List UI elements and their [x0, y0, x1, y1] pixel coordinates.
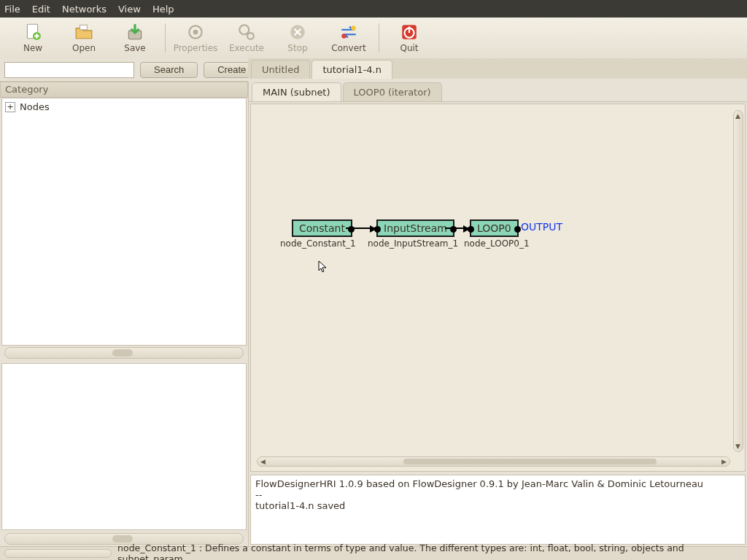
- menu-file[interactable]: File: [4, 4, 20, 15]
- tab-tutorial[interactable]: tutorial1-4.n: [311, 60, 392, 79]
- log-panel: FlowDesignerHRI 1.0.9 based on FlowDesig…: [250, 475, 746, 545]
- search-input[interactable]: [4, 62, 134, 78]
- canvas-vscrollbar[interactable]: ▲▼: [733, 110, 743, 452]
- edge: [445, 228, 468, 229]
- stop-icon: [288, 23, 307, 42]
- tab-untitled[interactable]: Untitled: [251, 60, 310, 79]
- tab-loop0-iterator[interactable]: LOOP0 (iterator): [343, 82, 442, 101]
- power-icon: [400, 23, 419, 42]
- gears-icon: [237, 23, 256, 42]
- sidebar: Category + Nodes: [0, 82, 248, 546]
- log-line: --: [255, 489, 740, 500]
- open-button[interactable]: Open: [58, 23, 109, 53]
- tree-item-label: Nodes: [20, 101, 50, 112]
- port-in[interactable]: [468, 226, 474, 233]
- convert-icon: [339, 23, 358, 42]
- tab-main-subnet[interactable]: MAIN (subnet): [252, 82, 341, 101]
- menubar: File Edit Networks View Help: [0, 0, 747, 18]
- menu-edit[interactable]: Edit: [32, 4, 50, 15]
- node-label: InputStream: [384, 222, 447, 234]
- svg-point-5: [193, 30, 198, 35]
- gear-icon: [186, 23, 205, 42]
- node-label: Constant: [299, 222, 345, 234]
- new-file-icon: [23, 23, 42, 42]
- canvas-hscrollbar[interactable]: ◀▶: [257, 456, 730, 467]
- port-out[interactable]: [514, 226, 521, 233]
- statusbar-grip: [4, 549, 112, 558]
- log-line: tutorial1-4.n saved: [255, 500, 740, 511]
- node-constant[interactable]: Constant: [292, 219, 352, 237]
- log-line: FlowDesignerHRI 1.0.9 based on FlowDesig…: [255, 478, 740, 489]
- toolbar-separator: [165, 23, 166, 52]
- expand-icon[interactable]: +: [5, 102, 15, 112]
- new-button[interactable]: New: [7, 23, 58, 53]
- svg-point-9: [351, 26, 356, 31]
- graph-canvas[interactable]: Constant node_Constant_1 InputStream nod…: [250, 104, 746, 472]
- stop-button[interactable]: Stop: [272, 23, 323, 53]
- node-loop0[interactable]: LOOP0: [470, 219, 519, 237]
- tree-item-nodes[interactable]: + Nodes: [5, 101, 243, 112]
- toolbar: New Open Save Properties Execute Stop Co…: [0, 18, 747, 58]
- category-header: Category: [0, 82, 248, 98]
- port-in[interactable]: [374, 226, 381, 233]
- status-text: node_Constant_1 : Defines a constant in …: [117, 542, 743, 560]
- node-id: node_Constant_1: [280, 238, 356, 249]
- node-id: node_LOOP0_1: [464, 238, 530, 249]
- cursor-icon: [318, 260, 328, 273]
- menu-view[interactable]: View: [118, 4, 141, 15]
- node-id: node_InputStream_1: [368, 238, 458, 249]
- document-tabs: Untitled tutorial1-4.n: [248, 58, 747, 79]
- save-button[interactable]: Save: [109, 23, 160, 53]
- node-label: LOOP0: [477, 222, 511, 234]
- svg-point-10: [341, 34, 347, 38]
- edge: [346, 228, 375, 229]
- tree-scrollbar[interactable]: [4, 347, 244, 359]
- menu-networks[interactable]: Networks: [62, 4, 107, 15]
- convert-button[interactable]: Convert: [323, 23, 374, 53]
- svg-point-7: [247, 33, 254, 39]
- search-bar: Search Create: [0, 58, 248, 82]
- subnet-tabs: MAIN (subnet) LOOP0 (iterator): [249, 82, 747, 102]
- output-label: OUTPUT: [521, 221, 562, 233]
- preview-panel: [1, 363, 247, 530]
- node-tree[interactable]: + Nodes: [1, 98, 247, 346]
- save-icon: [125, 23, 144, 42]
- quit-button[interactable]: Quit: [384, 23, 435, 53]
- properties-button[interactable]: Properties: [170, 23, 221, 53]
- node-inputstream[interactable]: InputStream: [376, 219, 454, 237]
- search-button[interactable]: Search: [140, 62, 198, 78]
- toolbar-separator: [379, 23, 379, 52]
- svg-rect-2: [80, 25, 88, 30]
- open-folder-icon: [74, 23, 93, 42]
- menu-help[interactable]: Help: [152, 4, 174, 15]
- svg-point-6: [239, 25, 249, 34]
- statusbar: node_Constant_1 : Defines a constant in …: [0, 546, 747, 560]
- execute-button[interactable]: Execute: [221, 23, 272, 53]
